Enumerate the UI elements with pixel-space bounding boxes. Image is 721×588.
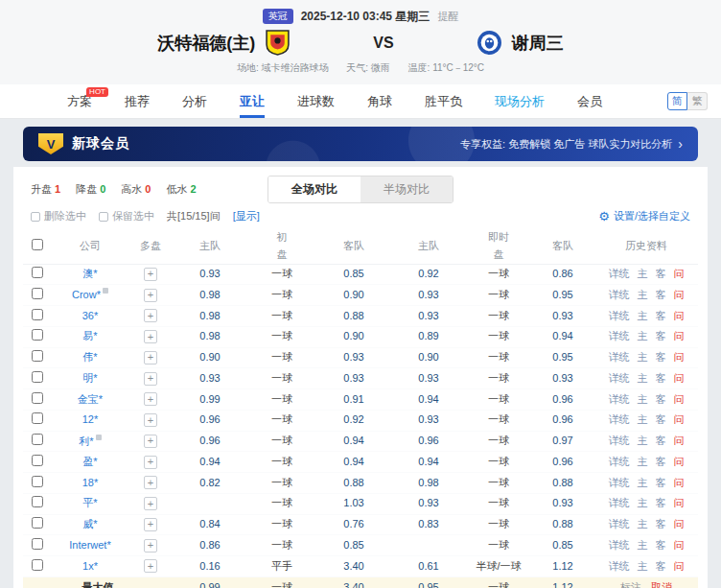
row-checkbox[interactable]	[32, 496, 43, 507]
history-link[interactable]: 客	[656, 289, 666, 300]
row-checkbox[interactable]	[32, 455, 43, 466]
nav-tab[interactable]: 推荐	[125, 84, 150, 118]
row-checkbox[interactable]	[32, 538, 43, 550]
history-link[interactable]: 详统	[609, 539, 630, 551]
expand-odds-button[interactable]: +	[144, 372, 157, 386]
history-link[interactable]: 详统	[609, 477, 630, 488]
company-link[interactable]: 盈*	[82, 456, 97, 467]
history-ask-link[interactable]: 问	[674, 518, 685, 529]
history-link[interactable]: 主	[638, 435, 648, 446]
history-link[interactable]: 主	[638, 539, 648, 551]
row-checkbox[interactable]	[32, 309, 43, 320]
lang-simplified-button[interactable]: 简	[667, 92, 687, 110]
nav-tab[interactable]: 会员	[577, 84, 602, 118]
company-link[interactable]: Crow*	[72, 289, 101, 300]
company-link[interactable]: 36*	[82, 310, 99, 321]
history-ask-link[interactable]: 问	[674, 310, 685, 321]
history-link[interactable]: 主	[638, 268, 648, 279]
scope-tab[interactable]: 半场对比	[360, 176, 453, 202]
history-link[interactable]: 主	[638, 413, 648, 425]
expand-odds-button[interactable]: +	[144, 518, 157, 531]
nav-tab[interactable]: 方案 HOT	[67, 84, 92, 118]
select-all-checkbox[interactable]	[32, 239, 43, 250]
history-link[interactable]: 详统	[609, 518, 630, 529]
expand-odds-button[interactable]: +	[144, 497, 157, 510]
expand-odds-button[interactable]: +	[144, 539, 157, 553]
expand-odds-button[interactable]: +	[144, 392, 157, 406]
history-link[interactable]: 详统	[609, 456, 630, 467]
history-link[interactable]: 主	[638, 456, 648, 467]
history-ask-link[interactable]: 问	[674, 351, 685, 363]
row-checkbox[interactable]	[32, 350, 43, 362]
company-link[interactable]: 1x*	[82, 560, 98, 572]
cancel-mark-link[interactable]: 取消	[651, 581, 672, 588]
history-ask-link[interactable]: 问	[674, 289, 685, 300]
history-link[interactable]: 客	[656, 372, 666, 384]
company-link[interactable]: Interwet*	[69, 539, 110, 551]
history-ask-link[interactable]: 问	[674, 268, 685, 279]
row-checkbox[interactable]	[32, 412, 43, 424]
history-link[interactable]: 主	[638, 372, 648, 384]
history-ask-link[interactable]: 问	[674, 393, 685, 405]
history-ask-link[interactable]: 问	[674, 539, 685, 551]
row-checkbox[interactable]	[32, 371, 43, 383]
vip-benefits-link[interactable]: 专享权益: 免费解锁 免广告 球队实力对比分析 ›	[460, 137, 683, 152]
vip-banner[interactable]: V 新球会员 专享权益: 免费解锁 免广告 球队实力对比分析 ›	[23, 127, 698, 161]
expand-odds-button[interactable]: +	[144, 351, 157, 365]
mark-link[interactable]: 标注	[620, 581, 641, 588]
history-link[interactable]: 客	[656, 435, 666, 446]
row-checkbox[interactable]	[32, 517, 43, 529]
row-checkbox[interactable]	[32, 434, 43, 445]
nav-tab[interactable]: 亚让	[240, 84, 265, 118]
nav-tab[interactable]: 分析	[182, 84, 207, 118]
nav-tab[interactable]: 角球	[367, 84, 392, 118]
company-link[interactable]: 18*	[82, 477, 99, 488]
expand-odds-button[interactable]: +	[144, 435, 157, 448]
remind-link[interactable]: 提醒	[437, 10, 458, 24]
history-link[interactable]: 主	[638, 310, 648, 321]
history-link[interactable]: 详统	[609, 393, 630, 405]
history-link[interactable]: 详统	[609, 289, 630, 300]
row-checkbox[interactable]	[32, 267, 43, 278]
lang-traditional-button[interactable]: 繁	[687, 92, 708, 110]
row-checkbox[interactable]	[32, 559, 43, 571]
history-link[interactable]: 详统	[609, 310, 630, 321]
history-ask-link[interactable]: 问	[674, 372, 685, 384]
history-ask-link[interactable]: 问	[674, 497, 685, 508]
history-link[interactable]: 详统	[609, 330, 630, 341]
company-link[interactable]: 澳*	[82, 268, 97, 279]
history-link[interactable]: 客	[656, 497, 666, 508]
history-link[interactable]: 详统	[609, 268, 630, 279]
row-checkbox[interactable]	[32, 329, 43, 341]
row-checkbox[interactable]	[32, 288, 43, 299]
nav-tab[interactable]: 胜平负	[425, 84, 462, 118]
history-link[interactable]: 详统	[609, 497, 630, 508]
history-link[interactable]: 客	[656, 268, 666, 279]
history-link[interactable]: 主	[638, 518, 648, 529]
settings-button[interactable]: ⚙ 设置/选择自定义	[598, 209, 690, 223]
expand-odds-button[interactable]: +	[144, 559, 157, 573]
history-link[interactable]: 详统	[609, 560, 630, 572]
row-checkbox[interactable]	[32, 476, 43, 487]
history-link[interactable]: 客	[656, 413, 666, 425]
history-link[interactable]: 客	[656, 539, 666, 551]
history-link[interactable]: 客	[656, 560, 666, 572]
history-ask-link[interactable]: 问	[674, 560, 685, 572]
keep-selected-button[interactable]: 保留选中	[99, 209, 154, 223]
company-link[interactable]: 平*	[82, 497, 97, 508]
company-link[interactable]: 伟*	[82, 351, 97, 363]
history-link[interactable]: 客	[656, 310, 666, 321]
history-link[interactable]: 主	[638, 289, 648, 300]
delete-selected-button[interactable]: 删除选中	[31, 209, 86, 223]
history-ask-link[interactable]: 问	[674, 413, 685, 425]
company-link[interactable]: 金宝*	[78, 393, 103, 405]
company-link[interactable]: 明*	[82, 372, 97, 384]
history-link[interactable]: 主	[638, 393, 648, 405]
expand-odds-button[interactable]: +	[144, 268, 157, 281]
history-link[interactable]: 主	[638, 497, 648, 508]
company-link[interactable]: 威*	[82, 518, 97, 529]
history-link[interactable]: 主	[638, 330, 648, 341]
company-link[interactable]: 利*	[79, 435, 93, 446]
history-link[interactable]: 客	[656, 477, 666, 488]
show-link[interactable]: [显示]	[233, 209, 260, 223]
